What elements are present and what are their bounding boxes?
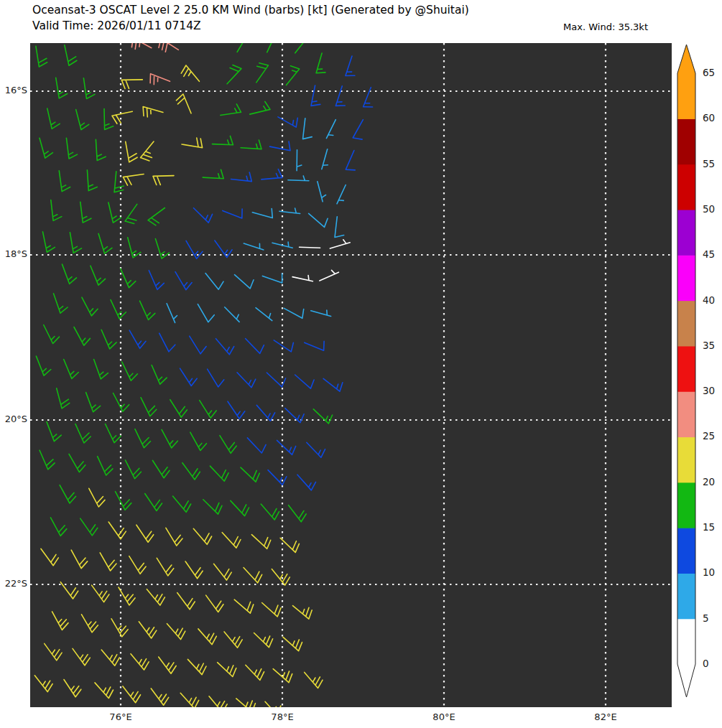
colorbar-tick-label: 35 xyxy=(703,340,715,351)
colorbar-tick-label: 50 xyxy=(703,203,715,215)
colorbar-segment xyxy=(677,391,695,437)
max-wind-label: Max. Wind: 35.3kt xyxy=(563,22,648,32)
colorbar-segment xyxy=(677,619,695,665)
colorbar-tick-label: 15 xyxy=(703,521,715,533)
colorbar-tick-label: 5 xyxy=(703,612,709,624)
colorbar-tick-label: 25 xyxy=(703,430,715,442)
colorbar-tick-label: 40 xyxy=(703,294,715,306)
colorbar-arrow-up xyxy=(677,45,695,73)
wind-barb-canvas xyxy=(30,43,672,707)
colorbar-tick-label: 30 xyxy=(703,385,715,396)
colorbar-segment xyxy=(677,210,695,256)
colorbar-tick-label: 60 xyxy=(703,112,715,123)
chart-title: Oceansat-3 OSCAT Level 2 25.0 KM Wind (b… xyxy=(32,4,469,17)
y-tick-label: 22°S xyxy=(0,578,27,589)
colorbar-segment xyxy=(677,573,695,619)
colorbar-segment xyxy=(677,118,695,164)
colorbar-arrow-down xyxy=(677,664,695,697)
colorbar-segment xyxy=(677,73,695,119)
colorbar-canvas xyxy=(672,36,722,711)
colorbar-tick-label: 10 xyxy=(703,566,715,578)
colorbar-segment xyxy=(677,437,695,482)
plot-background xyxy=(30,43,672,707)
colorbar-tick-label: 55 xyxy=(703,158,715,169)
colorbar-tick-label: 20 xyxy=(703,476,715,487)
colorbar-segment xyxy=(677,301,695,347)
colorbar-tick-label: 45 xyxy=(703,248,715,260)
colorbar-segment xyxy=(677,346,695,392)
x-tick-label: 76°E xyxy=(109,711,131,722)
colorbar-tick-label: 65 xyxy=(703,67,715,78)
colorbar-segment xyxy=(677,255,695,301)
x-tick-label: 82°E xyxy=(594,711,616,722)
weather-chart-page: Oceansat-3 OSCAT Level 2 25.0 KM Wind (b… xyxy=(0,0,722,728)
colorbar-segment xyxy=(677,482,695,528)
wind-barb xyxy=(300,247,320,248)
colorbar-segment xyxy=(677,528,695,574)
valid-time-label: Valid Time: 2026/01/11 0714Z xyxy=(32,19,201,32)
y-tick-label: 18°S xyxy=(0,248,27,259)
x-tick-label: 78°E xyxy=(271,711,293,722)
y-tick-label: 20°S xyxy=(0,414,27,424)
colorbar-segment xyxy=(677,164,695,210)
colorbar-tick-label: 0 xyxy=(703,658,709,669)
x-tick-label: 80°E xyxy=(432,711,455,722)
y-tick-label: 16°S xyxy=(0,85,27,95)
colorbar xyxy=(672,36,722,711)
wind-barb-plot xyxy=(30,43,672,707)
